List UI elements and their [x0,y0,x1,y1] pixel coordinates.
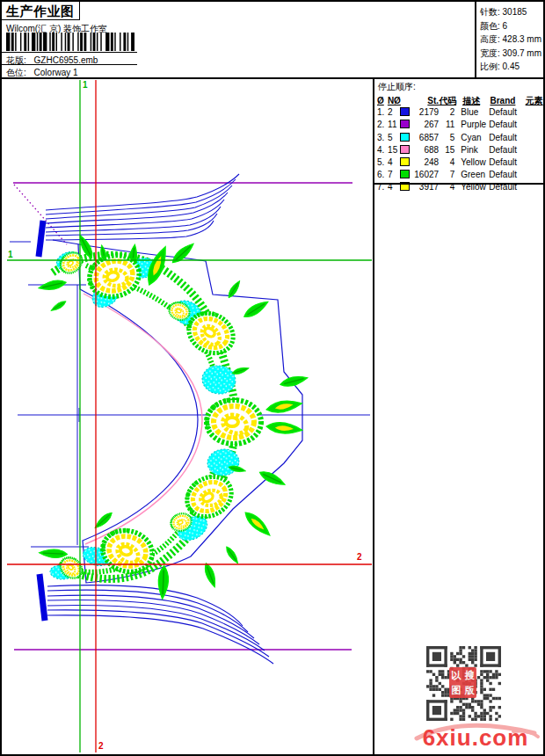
colorway-value: Colorway 1 [34,68,78,77]
table-cell [523,169,543,181]
end-marker-bottom: 2 [98,741,104,751]
scale-row: 比例: 0.45 [480,60,541,74]
table-cell: 2 [388,106,400,119]
table-cell: 267 [414,119,440,131]
swatch-cell [400,169,414,181]
table-cell: 2 [439,106,454,119]
page-title: 生产作业图 [6,4,75,18]
start-end-grid-lines [7,80,372,752]
end-marker-right: 2 [357,552,362,562]
thread-color-swatch [400,145,410,154]
thread-color-swatch [400,157,410,166]
column-header: St. [414,95,439,106]
column-header: Ø [377,95,388,106]
color-count-row: 颜色: 6 [480,19,541,33]
table-cell: 4 [388,156,400,169]
table-cell: 11 [388,119,400,131]
table-cell: 688 [414,144,440,156]
watermark-text: 6xiu.com [410,724,541,752]
column-header: 描述 [456,95,490,106]
bottom-band-curves [47,585,273,664]
table-cell: 5. [377,156,388,169]
thread-color-swatch [400,170,410,178]
stop-sequence-title: 停止顺序: [374,77,543,95]
table-cell: Default [489,119,523,131]
column-header: Brand [490,95,524,106]
table-cell: Default [489,132,523,144]
thread-color-swatch [400,133,410,142]
stitch-count: 30185 [503,7,527,17]
stop-sequence-table: 停止顺序: ØNØSt.代码描述Brand元素 1.221792BlueDefa… [374,77,543,194]
stop-sequence-row: 3.568575CyanDefault [374,132,543,144]
stats-panel: 针数: 30185 颜色: 6 高度: 428.3 mm 宽度: 309.7 m… [480,5,541,74]
table-cell: Cyan [454,132,489,144]
table-cell: Default [489,169,523,181]
start-marker-top: 1 [83,80,88,90]
header-separator-2 [2,64,137,65]
color-count: 6 [503,21,508,31]
design-width: 309.7 mm [503,48,541,58]
table-cell [523,119,543,131]
red-seal: 以 搜 图 版 [449,667,476,698]
table-cell: Default [489,156,523,169]
column-header [401,95,414,106]
table-cell: Purple [454,119,489,131]
table-cell: 5 [388,132,400,144]
table-cell: 1. [377,106,388,119]
design-height-row: 高度: 428.3 mm [480,33,541,47]
scale-value: 0.45 [503,62,520,71]
table-cell: Default [489,144,523,156]
column-header: 代码 [439,95,456,106]
site-watermark: 6xiu.com [410,710,541,756]
swatch-cell [400,132,414,144]
worksheet-page: 生产作业图 Wilcom(汇 京) 装饰工作室 花版: GZHC6955.emb… [0,0,545,756]
table-cell [523,106,543,119]
stop-sequence-row: 6.7160277GreenDefault [374,169,543,181]
table-cell: Blue [454,106,489,119]
swatch-cell [400,106,414,119]
table-cell [523,144,543,156]
table-cell: Yellow [454,156,489,169]
table-cell: Pink [454,144,489,156]
table-cell: 4. [377,144,388,156]
column-header: 元素 [524,95,543,106]
colorway-label: 色位: [6,68,26,77]
swatch-cell [400,156,414,169]
table-cell: 4 [439,156,454,169]
stop-sequence-rows: 1.221792BlueDefault2.1126711PurpleDefaul… [374,106,543,193]
table-cell: 2179 [414,106,440,119]
swatch-cell [400,144,414,156]
design-canvas [4,79,373,752]
table-cell: 5 [439,132,454,144]
stop-sequence-header: ØNØSt.代码描述Brand元素 [374,95,543,106]
header-separator-1 [2,52,137,53]
design-width-row: 宽度: 309.7 mm [480,47,541,61]
table-cell: 6857 [414,132,440,144]
table-cell: 2. [377,119,388,131]
table-cell [523,132,543,144]
satin-bars [39,221,45,621]
leaves [38,234,309,600]
table-cell: 16027 [414,169,440,181]
table-cell: Green [454,169,489,181]
table-cell: Default [489,106,523,119]
table-cell: 11 [439,119,454,131]
stop-sequence-row: 4.1568815PinkDefault [374,144,543,156]
title-box: 生产作业图 [2,2,80,20]
table-cell: 3. [377,132,388,144]
table-cell: 248 [414,156,440,169]
stop-sequence-row: 1.221792BlueDefault [374,106,543,119]
table-bottom-border [373,183,543,185]
thread-color-swatch [400,107,410,116]
inner-pink-curve [84,294,202,544]
stop-sequence-row: 5.42484YellowDefault [374,156,543,169]
table-cell [523,156,543,169]
stats-divider [475,2,476,77]
table-cell: 7 [388,169,400,181]
stop-sequence-row: 2.1126711PurpleDefault [374,119,543,131]
table-cell: 7 [439,169,454,181]
start-marker-left: 1 [8,250,13,259]
thread-color-swatch [400,120,410,128]
table-cell: 15 [439,144,454,156]
table-cell: 6. [377,169,388,181]
